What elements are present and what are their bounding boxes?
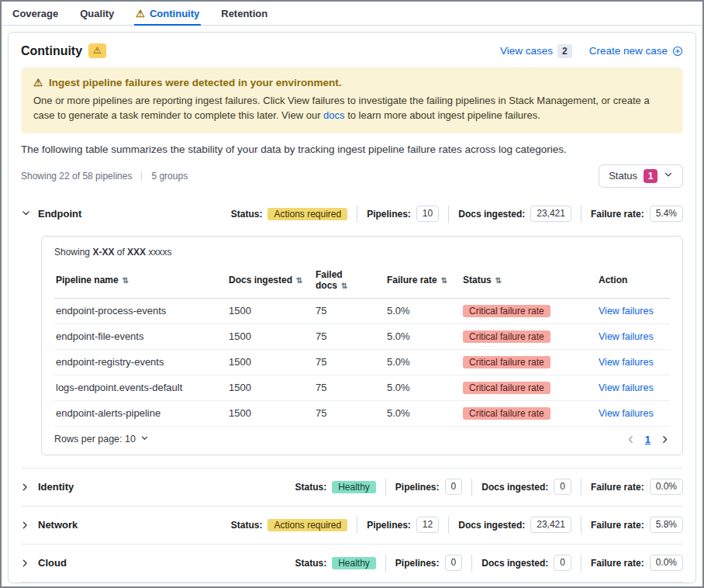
filter-row: Showing 22 of 58 pipelines 5 groups Stat… — [21, 164, 683, 188]
action-cell: View failures — [592, 400, 670, 426]
status-filter-button[interactable]: Status 1 — [599, 164, 683, 188]
pipeline-name-cell: endpoint-alerts-pipeline — [54, 400, 223, 426]
column-status[interactable]: Status⇅ — [457, 265, 592, 299]
pipelines-count: 0 — [445, 555, 463, 571]
chevron-down-icon — [140, 434, 149, 444]
stat-label: Docs ingested: — [481, 558, 548, 569]
divider — [471, 555, 472, 572]
divider — [448, 206, 449, 223]
stat-label: Failure rate: — [591, 558, 644, 569]
view-failures-link[interactable]: View failures — [599, 357, 654, 368]
status-badge: Critical failure rate — [463, 305, 550, 317]
pipelines-table-panel: Showing X-XX of XXX xxxxs Pipeline name⇅… — [41, 236, 683, 455]
failed-docs-cell: 75 — [309, 323, 381, 349]
stat-label: Failure rate: — [591, 209, 644, 220]
table-row: endpoint-registry-events 1500 75 5.0% Cr… — [54, 349, 670, 375]
docs-ingested-count: 0 — [554, 479, 571, 495]
sort-icon: ⇅ — [441, 276, 447, 285]
table-header-row: Pipeline name⇅ Docs ingested⇅ Failed doc… — [54, 265, 670, 299]
group-endpoint: Endpoint Status:Actions required Pipelin… — [21, 195, 683, 469]
table-row: endpoint-process-events 1500 75 5.0% Cri… — [54, 298, 670, 323]
pipelines-count: 10 — [416, 206, 439, 222]
status-badge: Critical failure rate — [463, 330, 550, 343]
stat-label: Status: — [231, 209, 263, 220]
column-docs-ingested[interactable]: Docs ingested⇅ — [223, 265, 309, 299]
tab-bar: Coverage Quality ⚠ Continuity Retention — [2, 2, 702, 26]
failure-rate-cell: 5.0% — [381, 349, 457, 375]
warning-callout: ⚠ Ingest pipeline failures were detected… — [21, 67, 683, 133]
callout-text: to learn more about ingest pipeline fail… — [345, 109, 540, 121]
chevron-right-icon[interactable] — [19, 482, 33, 492]
tab-label: Coverage — [12, 8, 58, 19]
status-badge: Critical failure rate — [463, 407, 550, 420]
group-list: Endpoint Status:Actions required Pipelin… — [21, 195, 683, 583]
docs-ingested-count: 23,421 — [530, 206, 571, 222]
chevron-down-icon — [664, 170, 673, 182]
failure-rate-value: 0.0% — [650, 555, 683, 571]
group-header[interactable]: Endpoint Status:Actions required Pipelin… — [21, 195, 683, 233]
status-badge: Critical failure rate — [463, 382, 550, 394]
table-caption: Showing X-XX of XXX xxxxs — [54, 247, 670, 258]
status-cell: Critical failure rate — [457, 298, 592, 323]
status-cell: Critical failure rate — [457, 400, 592, 426]
status-badge: Critical failure rate — [463, 356, 550, 368]
table-row: endpoint-file-events 1500 75 5.0% Critic… — [54, 323, 670, 349]
stat-label: Pipelines: — [367, 520, 411, 531]
rows-per-page-selector[interactable]: Rows per page: 10 — [54, 434, 149, 444]
divider — [448, 517, 449, 534]
failure-rate-value: 0.0% — [650, 479, 683, 495]
group-header[interactable]: Identity Status:Healthy Pipelines:0 Docs… — [21, 469, 683, 506]
table-row: endpoint-alerts-pipeline 1500 75 5.0% Cr… — [54, 400, 670, 426]
failed-docs-cell: 75 — [309, 349, 381, 375]
previous-page-button[interactable] — [626, 434, 636, 444]
column-pipeline-name[interactable]: Pipeline name⇅ — [54, 265, 223, 299]
page-number[interactable]: 1 — [645, 434, 651, 445]
callout-title: Ingest pipeline failures were detected i… — [49, 77, 341, 88]
tab-coverage[interactable]: Coverage — [11, 2, 60, 25]
view-failures-link[interactable]: View failures — [599, 382, 654, 393]
tab-quality[interactable]: Quality — [78, 2, 116, 25]
view-cases-link[interactable]: View cases — [500, 45, 553, 57]
next-page-button[interactable] — [660, 434, 670, 444]
sort-icon: ⇅ — [341, 282, 347, 290]
view-failures-link[interactable]: View failures — [599, 331, 654, 342]
divider — [385, 479, 386, 496]
status-badge: Actions required — [267, 519, 347, 531]
divider — [141, 171, 142, 182]
action-cell: View failures — [592, 349, 670, 375]
status-cell: Critical failure rate — [457, 323, 592, 349]
docs-link[interactable]: docs — [323, 109, 344, 121]
group-cloud: Cloud Status:Healthy Pipelines:0 Docs in… — [21, 545, 683, 583]
failure-rate-cell: 5.0% — [381, 298, 457, 323]
group-name: Cloud — [38, 557, 67, 569]
create-new-case-link[interactable]: Create new case — [589, 45, 668, 57]
divider — [357, 517, 357, 534]
group-name: Network — [38, 519, 78, 531]
chevron-right-icon[interactable] — [19, 520, 33, 530]
tab-continuity[interactable]: ⚠ Continuity — [134, 2, 201, 25]
stat-label: Docs ingested: — [458, 520, 525, 531]
warning-icon: ⚠ — [136, 9, 145, 19]
group-header[interactable]: Application / SaaS Status:Healthy Pipeli… — [21, 583, 683, 583]
plus-in-circle-icon[interactable] — [672, 46, 683, 57]
column-failure-rate[interactable]: Failure rate⇅ — [381, 265, 457, 299]
tab-retention[interactable]: Retention — [219, 2, 269, 25]
column-failed-docs[interactable]: Failed docs⇅ — [309, 265, 381, 299]
continuity-panel: Continuity ⚠ View cases 2 Create new cas… — [8, 32, 696, 583]
failed-docs-cell: 75 — [309, 375, 381, 400]
group-name: Endpoint — [38, 208, 81, 220]
view-failures-link[interactable]: View failures — [599, 306, 654, 316]
group-identity: Identity Status:Healthy Pipelines:0 Docs… — [21, 469, 683, 507]
view-failures-link[interactable]: View failures — [599, 408, 654, 419]
chevron-right-icon[interactable] — [19, 558, 33, 568]
group-header[interactable]: Network Status:Actions required Pipeline… — [21, 507, 683, 544]
docs-ingested-count: 23,421 — [530, 517, 571, 533]
failure-rate-cell: 5.0% — [381, 400, 457, 426]
stat-label: Pipelines: — [395, 558, 440, 569]
chevron-down-icon[interactable] — [21, 207, 31, 221]
group-count: 5 groups — [151, 171, 188, 182]
group-header[interactable]: Cloud Status:Healthy Pipelines:0 Docs in… — [21, 545, 683, 582]
divider — [385, 555, 386, 572]
stat-label: Pipelines: — [395, 482, 440, 493]
sort-icon: ⇅ — [296, 276, 302, 285]
